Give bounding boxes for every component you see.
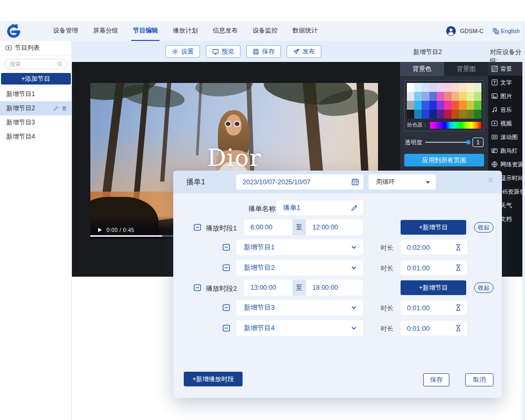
color-swatch[interactable] (474, 110, 481, 119)
close-icon[interactable]: ✕ (487, 176, 494, 185)
color-swatch[interactable] (422, 83, 429, 92)
nav-tab-4[interactable]: 信息发布 (211, 21, 239, 41)
repeat-mode-select[interactable]: 周循环 (369, 174, 436, 190)
tool-text[interactable]: 文字 (488, 76, 523, 89)
add-program-to-section-button[interactable]: +新增节目 (401, 280, 466, 295)
color-swatch[interactable] (459, 110, 466, 119)
end-time-input[interactable]: 18:00:00 (306, 280, 363, 296)
color-swatch[interactable] (429, 110, 437, 119)
program-item-0[interactable]: 新增节目1 (0, 87, 71, 101)
tool-background[interactable]: 背景 (488, 62, 523, 76)
tab-background-color[interactable]: 背景色 (400, 62, 444, 76)
collapse-button[interactable]: 收起 (474, 222, 494, 233)
color-swatch[interactable] (459, 101, 466, 110)
save-button[interactable]: 保存 (423, 373, 449, 386)
tool-video[interactable]: 视频 (488, 117, 523, 130)
tool-marquee[interactable]: 跑马灯 (488, 144, 523, 158)
program-item-2[interactable]: 新增节目3 (0, 116, 71, 130)
color-picker-bar[interactable] (430, 122, 481, 129)
remove-program-icon[interactable] (222, 303, 230, 312)
opacity-slider-handle[interactable] (466, 140, 470, 144)
program-item-1[interactable]: 新增节目2 (0, 101, 71, 116)
program-select[interactable]: 新增节目3 (236, 300, 363, 316)
nav-tab-1[interactable]: 屏幕分组 (91, 21, 120, 41)
scrollbar-strip[interactable] (522, 21, 525, 420)
nav-tab-3[interactable]: 播放计划 (171, 21, 200, 41)
color-swatch[interactable] (444, 110, 452, 119)
color-swatch[interactable] (452, 83, 459, 92)
color-swatch[interactable] (407, 83, 414, 92)
save-action-button[interactable]: 保存 (246, 45, 281, 58)
edit-pencil-icon[interactable] (351, 204, 358, 212)
color-swatch[interactable] (437, 83, 444, 92)
color-swatch[interactable] (422, 92, 429, 101)
color-swatch[interactable] (407, 101, 414, 110)
color-swatch[interactable] (407, 110, 414, 119)
color-swatch[interactable] (467, 101, 474, 110)
program-select[interactable]: 新增节目4 (236, 320, 363, 336)
add-program-button[interactable]: +添加节目 (1, 73, 71, 85)
color-swatch[interactable] (474, 101, 481, 110)
remove-program-icon[interactable] (222, 324, 230, 332)
duration-input[interactable]: 0:01:00 (401, 260, 467, 275)
collapse-button[interactable]: 收起 (474, 282, 494, 293)
apply-to-all-pages-button[interactable]: 应用到所有页面 (404, 154, 484, 166)
play-icon[interactable] (98, 228, 102, 232)
color-swatch[interactable] (422, 101, 429, 110)
remove-section-icon[interactable] (193, 223, 202, 232)
duration-input[interactable]: 0:01:00 (401, 321, 467, 335)
add-time-section-button[interactable]: +新增播放时段 (184, 372, 243, 386)
tool-image[interactable]: 图片 (488, 89, 523, 103)
playlist-name-input[interactable]: 播单1 (277, 201, 363, 215)
nav-tab-6[interactable]: 数据统计 (291, 21, 319, 41)
language-switcher[interactable]: English (492, 28, 520, 35)
color-swatch[interactable] (407, 92, 414, 101)
color-swatch[interactable] (437, 92, 444, 101)
color-swatch[interactable] (452, 92, 459, 101)
tool-music[interactable]: 音乐 (488, 103, 523, 117)
tool-web-resource[interactable]: 网络资源 (488, 158, 523, 171)
color-swatch[interactable] (467, 83, 474, 92)
color-swatch[interactable] (467, 110, 474, 119)
tab-background-image[interactable]: 背景图 (444, 62, 488, 76)
end-time-input[interactable]: 12:00:00 (306, 219, 363, 235)
nav-tab-0[interactable]: 设备管理 (51, 21, 80, 41)
remove-program-icon[interactable] (222, 264, 230, 272)
start-time-input[interactable]: 13:00:00 (244, 280, 292, 296)
color-swatch[interactable] (429, 92, 437, 101)
color-swatch[interactable] (429, 83, 437, 92)
color-swatch[interactable] (422, 110, 429, 119)
color-swatch[interactable] (467, 92, 474, 101)
color-swatch[interactable] (452, 101, 459, 110)
user-avatar[interactable] (446, 26, 456, 36)
color-swatch[interactable] (459, 92, 466, 101)
color-swatch[interactable] (414, 110, 422, 119)
remove-program-icon[interactable] (222, 243, 230, 251)
duration-input[interactable]: 0:02:00 (401, 240, 467, 255)
program-select[interactable]: 新增节目1 (236, 239, 363, 255)
cancel-button[interactable]: 取消 (465, 373, 494, 386)
color-swatch[interactable] (437, 110, 444, 119)
color-swatch[interactable] (474, 92, 481, 101)
color-swatch[interactable] (429, 101, 437, 110)
color-swatch[interactable] (437, 101, 444, 110)
duration-input[interactable]: 0:01:00 (401, 300, 467, 315)
edit-icon[interactable] (53, 106, 59, 111)
remove-section-icon[interactable] (193, 284, 202, 292)
color-swatch[interactable] (414, 92, 422, 101)
color-swatch[interactable] (414, 83, 422, 92)
tool-scroll-image[interactable]: 滚动图 (488, 130, 523, 144)
preview-action-button[interactable]: 预览 (206, 45, 240, 58)
color-swatch[interactable] (452, 110, 459, 119)
color-swatch[interactable] (444, 101, 452, 110)
opacity-slider[interactable] (425, 142, 469, 143)
color-swatch[interactable] (474, 83, 481, 92)
nav-tab-2[interactable]: 节目编辑 (131, 21, 160, 41)
delete-icon[interactable] (61, 106, 67, 111)
add-program-to-section-button[interactable]: +新增节目 (401, 220, 466, 235)
start-time-input[interactable]: 6:00:00 (244, 219, 292, 235)
color-swatch[interactable] (444, 92, 452, 101)
program-select[interactable]: 新增节目2 (236, 260, 363, 276)
color-swatch[interactable] (444, 83, 452, 92)
publish-action-button[interactable]: 发布 (287, 45, 321, 58)
